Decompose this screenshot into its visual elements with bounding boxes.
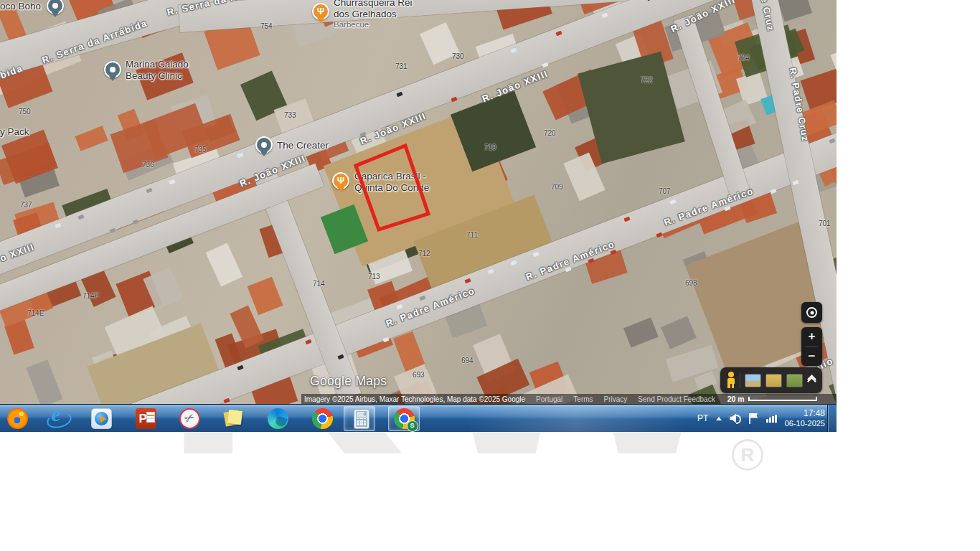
rooftop: [830, 44, 837, 70]
house-number: 724: [738, 54, 750, 62]
collapse-tools-button[interactable]: [809, 376, 816, 385]
ppt-icon: [136, 408, 156, 429]
imagery-credit: Imagery ©2025 Airbus, Maxar Technologies…: [304, 395, 525, 403]
firefox-taskbar-button[interactable]: [1, 406, 33, 431]
time: 17:48: [785, 408, 825, 419]
tools-divider: [740, 372, 740, 388]
clock[interactable]: 17:48 06-10-2025: [785, 408, 825, 429]
my-location-icon: [806, 307, 817, 318]
google-maps-satellite-view[interactable]: R. Serra da ArrábidaR. Serra da AbidaR. …: [0, 0, 837, 404]
house-number: 713: [368, 273, 380, 281]
rooftop: [661, 316, 697, 349]
layer-thumbnail-1[interactable]: [745, 374, 761, 387]
pegman-icon[interactable]: [726, 372, 735, 389]
zoom-in-button[interactable]: +: [801, 327, 822, 347]
attribution-link[interactable]: Privacy: [604, 395, 628, 403]
poi-label: The Creater: [277, 140, 329, 151]
edge-icon: [268, 408, 288, 429]
registered-mark-icon: R: [732, 439, 763, 471]
date: 06-10-2025: [785, 419, 825, 429]
ie-icon: [49, 408, 70, 429]
chrome-taskbar-button[interactable]: [306, 406, 338, 431]
place-pin-icon[interactable]: [255, 136, 273, 154]
house-number: 731: [395, 62, 407, 70]
poi-label: Churrasqueira Reidos GrelhadosBarbecue: [334, 0, 413, 29]
layer-thumbnail-2[interactable]: [765, 374, 782, 387]
house-number: 709: [551, 183, 563, 191]
house-number: 698: [685, 279, 697, 287]
house-number: 754: [260, 22, 273, 30]
rooftop: [205, 243, 242, 287]
restaurant-pin-icon[interactable]: [312, 3, 329, 20]
system-tray: PT 17:48 06-10-2025: [697, 405, 825, 432]
poi-label: oco Boho: [0, 1, 41, 12]
zoom-control: + −: [801, 327, 822, 366]
show-hidden-icons-button[interactable]: [716, 417, 722, 420]
place-pin-icon[interactable]: [104, 61, 121, 78]
my-location-button[interactable]: [801, 302, 822, 323]
house-number: 736: [142, 161, 154, 169]
map-scale: 20 m: [727, 395, 817, 403]
notes-icon: [223, 408, 244, 429]
ppt-taskbar-button[interactable]: [130, 406, 161, 431]
house-number: 707: [659, 187, 671, 195]
chromes-taskbar-button[interactable]: S: [388, 406, 420, 431]
poi-subtitle: Barbecue: [334, 20, 413, 30]
attribution-links: PortugalTermsPrivacySend Product Feedbac…: [536, 395, 715, 403]
show-desktop-button[interactable]: [827, 405, 837, 432]
attribution-link[interactable]: Portugal: [536, 395, 562, 403]
rooftop: [624, 318, 659, 348]
notes-taskbar-button[interactable]: [217, 406, 249, 431]
attribution-bar: Imagery ©2025 Airbus, Maxar Technologies…: [301, 394, 837, 404]
google-maps-logo[interactable]: Google Maps: [310, 374, 387, 389]
house-number: 694: [461, 357, 473, 364]
scale-label: 20 m: [727, 395, 745, 403]
house-number: 712: [418, 250, 430, 258]
screen: KW R R. Serra da ArrábidaR. Serra da Abi…: [0, 0, 980, 551]
poi-label: y Pack: [0, 126, 29, 138]
ie-taskbar-button[interactable]: [43, 406, 75, 431]
parked-car: [223, 398, 230, 404]
scale-bar: [748, 397, 817, 401]
house-number: 714F: [83, 292, 99, 300]
action-center-icon[interactable]: [749, 413, 758, 424]
place-pin-icon[interactable]: [47, 0, 64, 14]
house-number: 722: [641, 76, 653, 84]
house-number: 733: [284, 111, 296, 119]
rooftop: [26, 359, 63, 404]
rooftop: [248, 276, 283, 314]
house-number: 714E: [27, 309, 44, 317]
network-signal-icon[interactable]: [766, 415, 777, 423]
language-indicator[interactable]: PT: [697, 413, 708, 423]
parked-car: [451, 97, 457, 103]
chromes-icon: S: [394, 408, 415, 429]
zoom-out-button[interactable]: −: [801, 347, 822, 367]
chrome-icon: [312, 408, 333, 429]
house-number: 701: [819, 220, 831, 227]
poi-label: Marina CaladoBeauty Clinic: [126, 59, 189, 82]
calc-taskbar-button[interactable]: [344, 406, 375, 431]
poi-label: Caparica Brasil -Quinta Do Conde: [354, 171, 429, 194]
media-taskbar-button[interactable]: [85, 406, 117, 431]
house-number: 730: [452, 52, 464, 60]
rooftop: [75, 126, 108, 151]
volume-icon[interactable]: [730, 414, 741, 423]
calc-icon: [354, 409, 369, 429]
house-number: 719: [484, 143, 496, 151]
media-icon: [91, 408, 112, 429]
restaurant-pin-icon[interactable]: [332, 172, 349, 189]
firefox-icon: [7, 408, 28, 429]
house-number: 750: [19, 108, 31, 116]
house-number: 693: [413, 371, 425, 379]
edge-taskbar-button[interactable]: [262, 406, 293, 431]
snip-taskbar-button[interactable]: [174, 406, 205, 431]
windows-taskbar: S PT 17:48 06-10-2025: [0, 404, 837, 432]
house-number: 720: [544, 129, 556, 137]
house-number: 711: [466, 231, 478, 239]
house-number: 735: [194, 146, 207, 154]
house-number: 714: [313, 280, 325, 288]
attribution-link[interactable]: Terms: [573, 395, 593, 403]
attribution-link[interactable]: Send Product Feedback: [638, 395, 715, 403]
map-tools-bar: [720, 367, 822, 393]
layer-thumbnail-3[interactable]: [786, 374, 803, 387]
